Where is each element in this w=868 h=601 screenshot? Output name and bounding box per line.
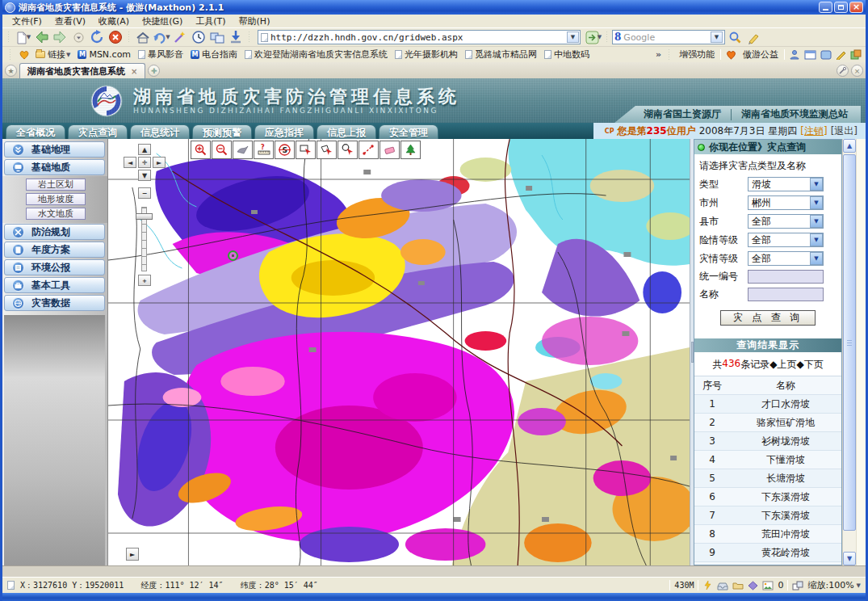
scale-button[interactable]: S [275, 141, 295, 159]
lightning-icon[interactable] [702, 580, 713, 590]
map-pan-east-button[interactable]: ► [126, 548, 139, 561]
snap-button[interactable] [208, 29, 226, 46]
nav-tab-forecast[interactable]: 预测预警 [192, 124, 252, 139]
full-extent-button[interactable] [233, 141, 253, 159]
skin-icon[interactable] [850, 49, 862, 60]
sidebar-sub-hydrogeology[interactable]: 水文地质 [26, 208, 86, 220]
menu-help[interactable]: 帮助(H) [233, 15, 276, 27]
zoom-out-button[interactable] [212, 141, 232, 159]
bookmark-msn[interactable]: MMSN.com [76, 49, 132, 60]
maxthon-charity-button[interactable]: 傲游公益 [741, 48, 780, 61]
scroll-up-button[interactable]: ▲ [843, 139, 856, 153]
pan-up-button[interactable]: ▲ [138, 144, 151, 155]
map-canvas[interactable] [108, 139, 690, 565]
result-row[interactable]: 7下东溪滑坡 [694, 506, 841, 525]
sidebar-item-basic-tools[interactable]: 基本工具 [4, 277, 105, 293]
chevron-down-icon[interactable]: ▼ [810, 252, 823, 265]
note-icon[interactable] [820, 50, 832, 60]
result-row[interactable]: 9黄花岭滑坡 [694, 544, 841, 562]
pan-right-button[interactable]: ► [153, 157, 166, 168]
user-icon[interactable] [789, 49, 800, 60]
forward-button[interactable] [51, 29, 69, 46]
link-land-resources[interactable]: 湖南省国土资源厅 [644, 107, 721, 121]
zoom-select-button[interactable] [338, 141, 358, 159]
disaster-query-button[interactable]: 灾 点 查 询 [720, 310, 816, 326]
search-button[interactable] [726, 29, 744, 46]
zoom-slider-thumb[interactable] [136, 213, 153, 220]
name-input[interactable] [748, 288, 824, 301]
result-row[interactable]: 2骆家恒矿滑地 [694, 414, 841, 432]
refresh-button[interactable] [88, 29, 106, 46]
quick-tools-button[interactable] [837, 65, 849, 77]
menu-file[interactable]: 文件(F) [6, 15, 48, 27]
zoom-level[interactable]: 缩放:100% [807, 579, 853, 591]
nav-tab-statistics[interactable]: 信息统计 [130, 124, 190, 139]
menu-tools[interactable]: 工具(T) [190, 15, 231, 27]
nav-tab-report[interactable]: 信息上报 [317, 124, 376, 139]
type-select[interactable]: 滑坡▼ [748, 177, 824, 191]
bookmark-item[interactable]: M电台指南 [189, 48, 239, 61]
bookmark-links-folder[interactable]: 链接▼ [34, 48, 72, 61]
new-tab-button[interactable]: ✚ [148, 65, 160, 77]
url-input[interactable] [270, 32, 564, 43]
close-tab-button[interactable]: × [851, 65, 863, 77]
pan-down-button[interactable]: ▼ [138, 170, 151, 181]
sidebar-item-prevention-plan[interactable]: 防治规划 [4, 224, 105, 240]
city-select[interactable]: 郴州▼ [748, 195, 824, 210]
stop-button[interactable] [107, 29, 124, 46]
bookmark-item[interactable]: 觅路城市精品网 [463, 48, 539, 61]
zoom-dropdown-arrow[interactable]: ▼ [857, 582, 861, 589]
sidebar-item-base-geography[interactable]: 基础地理 [4, 141, 105, 158]
legend-tree-button[interactable] [400, 141, 421, 159]
result-row[interactable]: 4下懂滑坡 [694, 451, 841, 469]
bookmark-item[interactable]: 欢迎登陆湖南省地质灾害信息系统 [243, 48, 389, 61]
logout-link[interactable]: [注销] [800, 124, 827, 138]
result-row[interactable]: 6下东溪滑坡 [694, 488, 841, 506]
sidebar-sub-rock-zoning[interactable]: 岩土区划 [26, 179, 86, 191]
sidebar-item-disaster-data[interactable]: 灾害数据 [4, 295, 105, 311]
highlight-button[interactable] [744, 29, 762, 46]
history-dropdown-button[interactable] [69, 29, 87, 46]
nav-tab-security[interactable]: 安全管理 [379, 124, 438, 139]
next-page-link[interactable]: ◆下页 [796, 358, 823, 372]
search-engine-label[interactable]: Google [623, 32, 708, 43]
rect-select-button[interactable] [296, 141, 316, 159]
pan-left-button[interactable]: ◄ [124, 157, 136, 168]
scrollbar-track[interactable] [843, 153, 856, 552]
inbox-tray-icon[interactable] [717, 581, 728, 590]
measure-query-button[interactable]: ? [254, 141, 274, 159]
folder-icon[interactable] [732, 581, 744, 590]
enhance-features-button[interactable]: 增强功能 [677, 48, 716, 61]
unified-code-input[interactable] [748, 270, 824, 284]
nav-tab-overview[interactable]: 全省概况 [6, 124, 65, 139]
map-viewport[interactable]: ? S ▲ ◄ ✛ ► ▼ − ＋ ► [108, 139, 690, 565]
pan-center-button[interactable]: ✛ [138, 157, 151, 168]
sidebar-sub-terrain-slope[interactable]: 地形坡度 [26, 193, 86, 205]
link-geo-monitor-station[interactable]: 湖南省地质环境监测总站 [741, 107, 848, 121]
result-row[interactable]: 5长塘滑坡 [694, 469, 841, 488]
close-button[interactable]: × [849, 2, 863, 13]
page-scrollbar[interactable]: ▲ ▼ [842, 139, 856, 565]
sidebar-item-base-geology[interactable]: 基础地质 [4, 159, 105, 175]
bookmark-item[interactable]: 光年摄影机构 [393, 48, 459, 61]
image-icon[interactable] [762, 581, 774, 590]
bookmark-item[interactable]: 暴风影音 [136, 48, 185, 61]
danger-level-select[interactable]: 全部▼ [748, 233, 824, 247]
county-select[interactable]: 全部▼ [748, 214, 824, 229]
back-button[interactable] [32, 29, 50, 46]
prev-page-link[interactable]: ◆上页 [769, 358, 796, 372]
chevron-down-icon[interactable]: ▼ [810, 215, 823, 228]
tab-close-icon[interactable]: × [131, 67, 137, 76]
exit-link[interactable]: [退出] [831, 124, 858, 138]
chevron-down-icon[interactable]: ▼ [810, 178, 823, 191]
chevron-down-icon[interactable]: ▼ [810, 233, 823, 246]
zoom-minus-button[interactable]: − [138, 187, 151, 199]
restore-button[interactable] [834, 2, 848, 13]
eraser-button[interactable] [379, 141, 400, 159]
minimize-button[interactable] [819, 2, 832, 13]
result-row[interactable]: 8荒田冲滑坡 [694, 525, 841, 544]
nav-tab-disaster-query[interactable]: 灾点查询 [68, 124, 128, 139]
sidebar-item-annual-plan[interactable]: 年度方案 [4, 242, 105, 258]
favorites-star-button[interactable]: ★ [5, 65, 17, 77]
new-page-button[interactable]: ▼ [14, 29, 31, 46]
